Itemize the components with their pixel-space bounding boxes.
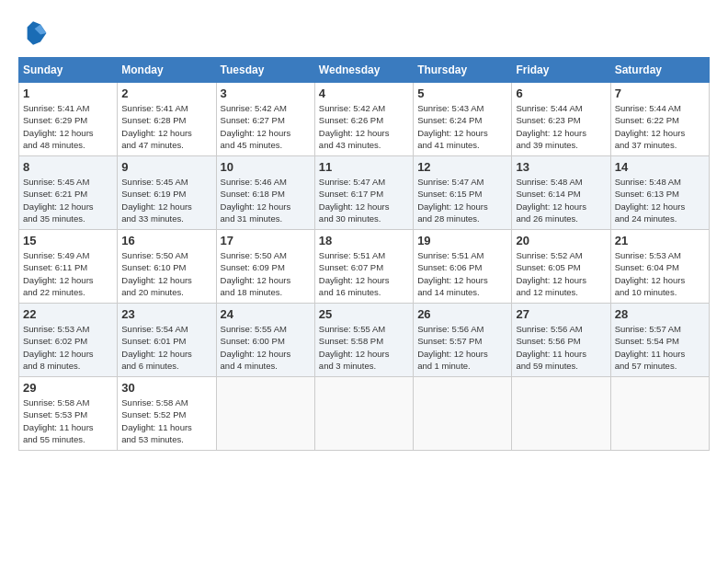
day-number: 10 <box>221 160 311 174</box>
day-number: 23 <box>121 307 211 321</box>
day-number: 12 <box>417 160 507 174</box>
calendar-cell: 7Sunrise: 5:44 AM Sunset: 6:22 PM Daylig… <box>610 83 709 156</box>
calendar-cell: 12Sunrise: 5:47 AM Sunset: 6:15 PM Dayli… <box>414 156 512 230</box>
calendar-cell: 4Sunrise: 5:42 AM Sunset: 6:26 PM Daylig… <box>314 83 413 156</box>
day-number: 2 <box>121 86 211 100</box>
day-number: 30 <box>121 381 211 395</box>
day-number: 25 <box>319 307 409 321</box>
day-detail: Sunrise: 5:45 AM Sunset: 6:21 PM Dayligh… <box>23 177 94 224</box>
calendar-cell: 28Sunrise: 5:57 AM Sunset: 5:54 PM Dayli… <box>610 304 709 377</box>
calendar-cell: 14Sunrise: 5:48 AM Sunset: 6:13 PM Dayli… <box>610 156 709 230</box>
column-header-wednesday: Wednesday <box>314 58 413 83</box>
day-detail: Sunrise: 5:56 AM Sunset: 5:56 PM Dayligh… <box>516 324 586 371</box>
calendar-cell: 9Sunrise: 5:45 AM Sunset: 6:19 PM Daylig… <box>118 156 216 230</box>
day-number: 19 <box>417 234 507 247</box>
day-number: 11 <box>319 160 409 174</box>
calendar-cell: 30Sunrise: 5:58 AM Sunset: 5:52 PM Dayli… <box>118 377 216 451</box>
calendar-cell: 24Sunrise: 5:55 AM Sunset: 6:00 PM Dayli… <box>216 304 314 377</box>
day-number: 28 <box>615 307 705 321</box>
day-number: 20 <box>516 234 606 247</box>
day-detail: Sunrise: 5:44 AM Sunset: 6:22 PM Dayligh… <box>615 103 686 150</box>
calendar-week-4: 22Sunrise: 5:53 AM Sunset: 6:02 PM Dayli… <box>19 304 710 377</box>
day-detail: Sunrise: 5:48 AM Sunset: 6:14 PM Dayligh… <box>516 177 586 224</box>
day-number: 1 <box>23 86 113 100</box>
day-detail: Sunrise: 5:55 AM Sunset: 5:58 PM Dayligh… <box>319 324 390 371</box>
day-number: 5 <box>417 86 507 100</box>
day-number: 26 <box>417 307 507 321</box>
day-detail: Sunrise: 5:50 AM Sunset: 6:10 PM Dayligh… <box>121 250 192 297</box>
header-row: SundayMondayTuesdayWednesdayThursdayFrid… <box>19 58 710 83</box>
column-header-monday: Monday <box>118 58 216 83</box>
day-number: 17 <box>221 234 311 247</box>
calendar-cell: 15Sunrise: 5:49 AM Sunset: 6:11 PM Dayli… <box>19 230 118 304</box>
day-detail: Sunrise: 5:55 AM Sunset: 6:00 PM Dayligh… <box>221 324 291 371</box>
day-detail: Sunrise: 5:51 AM Sunset: 6:06 PM Dayligh… <box>417 250 488 297</box>
calendar-cell: 26Sunrise: 5:56 AM Sunset: 5:57 PM Dayli… <box>414 304 512 377</box>
day-detail: Sunrise: 5:58 AM Sunset: 5:52 PM Dayligh… <box>121 397 192 444</box>
day-number: 13 <box>516 160 606 174</box>
day-detail: Sunrise: 5:41 AM Sunset: 6:28 PM Dayligh… <box>121 103 192 150</box>
day-detail: Sunrise: 5:52 AM Sunset: 6:05 PM Dayligh… <box>516 250 586 297</box>
day-number: 18 <box>319 234 409 247</box>
page-header <box>18 18 710 48</box>
day-detail: Sunrise: 5:49 AM Sunset: 6:11 PM Dayligh… <box>23 250 94 297</box>
day-detail: Sunrise: 5:56 AM Sunset: 5:57 PM Dayligh… <box>417 324 488 371</box>
calendar-cell: 13Sunrise: 5:48 AM Sunset: 6:14 PM Dayli… <box>512 156 610 230</box>
calendar-cell: 10Sunrise: 5:46 AM Sunset: 6:18 PM Dayli… <box>216 156 314 230</box>
calendar-week-5: 29Sunrise: 5:58 AM Sunset: 5:53 PM Dayli… <box>19 377 710 451</box>
calendar-cell: 3Sunrise: 5:42 AM Sunset: 6:27 PM Daylig… <box>216 83 314 156</box>
day-detail: Sunrise: 5:58 AM Sunset: 5:53 PM Dayligh… <box>23 397 94 444</box>
day-detail: Sunrise: 5:42 AM Sunset: 6:26 PM Dayligh… <box>319 103 390 150</box>
day-detail: Sunrise: 5:42 AM Sunset: 6:27 PM Dayligh… <box>221 103 291 150</box>
day-number: 15 <box>23 234 113 247</box>
column-header-friday: Friday <box>512 58 610 83</box>
logo <box>18 18 51 48</box>
calendar-cell: 5Sunrise: 5:43 AM Sunset: 6:24 PM Daylig… <box>414 83 512 156</box>
calendar-week-3: 15Sunrise: 5:49 AM Sunset: 6:11 PM Dayli… <box>19 230 710 304</box>
day-detail: Sunrise: 5:48 AM Sunset: 6:13 PM Dayligh… <box>615 177 686 224</box>
calendar-body: 1Sunrise: 5:41 AM Sunset: 6:29 PM Daylig… <box>19 83 710 451</box>
calendar-cell: 11Sunrise: 5:47 AM Sunset: 6:17 PM Dayli… <box>314 156 413 230</box>
day-detail: Sunrise: 5:47 AM Sunset: 6:17 PM Dayligh… <box>319 177 390 224</box>
calendar-cell: 8Sunrise: 5:45 AM Sunset: 6:21 PM Daylig… <box>19 156 118 230</box>
day-detail: Sunrise: 5:41 AM Sunset: 6:29 PM Dayligh… <box>23 103 94 150</box>
calendar-cell: 20Sunrise: 5:52 AM Sunset: 6:05 PM Dayli… <box>512 230 610 304</box>
calendar-cell: 18Sunrise: 5:51 AM Sunset: 6:07 PM Dayli… <box>314 230 413 304</box>
calendar-week-1: 1Sunrise: 5:41 AM Sunset: 6:29 PM Daylig… <box>19 83 710 156</box>
calendar-week-2: 8Sunrise: 5:45 AM Sunset: 6:21 PM Daylig… <box>19 156 710 230</box>
column-header-thursday: Thursday <box>414 58 512 83</box>
calendar-cell: 23Sunrise: 5:54 AM Sunset: 6:01 PM Dayli… <box>118 304 216 377</box>
column-header-saturday: Saturday <box>610 58 709 83</box>
calendar-cell: 1Sunrise: 5:41 AM Sunset: 6:29 PM Daylig… <box>19 83 118 156</box>
calendar-cell: 6Sunrise: 5:44 AM Sunset: 6:23 PM Daylig… <box>512 83 610 156</box>
day-detail: Sunrise: 5:54 AM Sunset: 6:01 PM Dayligh… <box>121 324 192 371</box>
day-detail: Sunrise: 5:57 AM Sunset: 5:54 PM Dayligh… <box>615 324 686 371</box>
day-number: 6 <box>516 86 606 100</box>
day-number: 29 <box>23 381 113 395</box>
calendar-cell: 19Sunrise: 5:51 AM Sunset: 6:06 PM Dayli… <box>414 230 512 304</box>
day-detail: Sunrise: 5:46 AM Sunset: 6:18 PM Dayligh… <box>221 177 291 224</box>
day-number: 8 <box>23 160 113 174</box>
calendar-cell <box>314 377 413 451</box>
day-number: 21 <box>615 234 705 247</box>
calendar-table: SundayMondayTuesdayWednesdayThursdayFrid… <box>18 57 710 451</box>
calendar-cell <box>216 377 314 451</box>
day-detail: Sunrise: 5:45 AM Sunset: 6:19 PM Dayligh… <box>121 177 192 224</box>
calendar-cell: 29Sunrise: 5:58 AM Sunset: 5:53 PM Dayli… <box>19 377 118 451</box>
day-number: 3 <box>221 86 311 100</box>
day-number: 22 <box>23 307 113 321</box>
calendar-cell: 21Sunrise: 5:53 AM Sunset: 6:04 PM Dayli… <box>610 230 709 304</box>
column-header-sunday: Sunday <box>19 58 118 83</box>
calendar-cell: 2Sunrise: 5:41 AM Sunset: 6:28 PM Daylig… <box>118 83 216 156</box>
day-detail: Sunrise: 5:47 AM Sunset: 6:15 PM Dayligh… <box>417 177 488 224</box>
day-detail: Sunrise: 5:53 AM Sunset: 6:04 PM Dayligh… <box>615 250 686 297</box>
day-number: 7 <box>615 86 705 100</box>
calendar-cell <box>414 377 512 451</box>
day-detail: Sunrise: 5:50 AM Sunset: 6:09 PM Dayligh… <box>221 250 291 297</box>
day-number: 16 <box>121 234 211 247</box>
calendar-header: SundayMondayTuesdayWednesdayThursdayFrid… <box>19 58 710 83</box>
day-detail: Sunrise: 5:43 AM Sunset: 6:24 PM Dayligh… <box>417 103 488 150</box>
day-detail: Sunrise: 5:53 AM Sunset: 6:02 PM Dayligh… <box>23 324 94 371</box>
logo-icon <box>18 18 48 48</box>
calendar-cell: 25Sunrise: 5:55 AM Sunset: 5:58 PM Dayli… <box>314 304 413 377</box>
